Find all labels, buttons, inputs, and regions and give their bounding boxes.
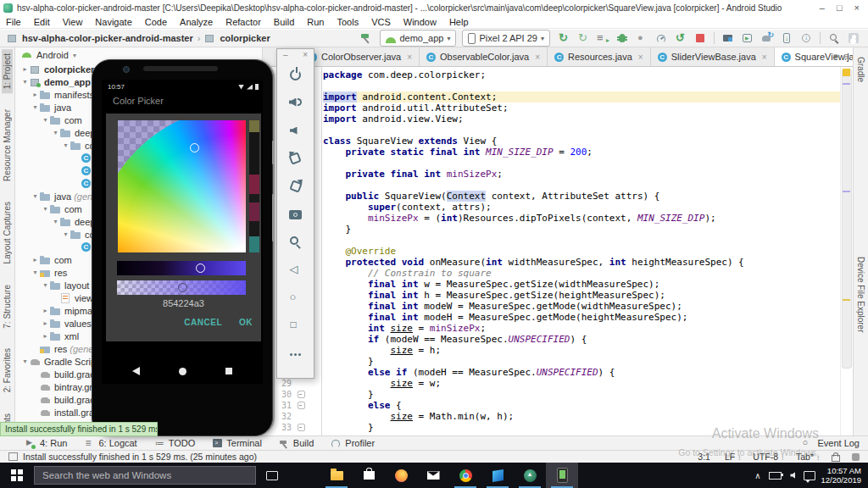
editor-scrollbar[interactable]: [840, 67, 853, 435]
alpha-slider-thumb[interactable]: [178, 283, 187, 292]
volume-icon[interactable]: [790, 472, 795, 479]
apply-changes-button[interactable]: [576, 30, 591, 46]
emulator-minimize-button[interactable]: –: [283, 50, 288, 59]
emulator-back-button[interactable]: [277, 256, 314, 284]
updates-button[interactable]: [798, 30, 814, 46]
breadcrumb-project[interactable]: hsv-alpha-color-picker-android-master: [22, 33, 193, 43]
profiler-button[interactable]: [654, 30, 669, 46]
taskbar-search-box[interactable]: Search the web and Windows: [34, 466, 256, 485]
debug-restart-button[interactable]: [673, 30, 688, 46]
menu-window[interactable]: Window: [403, 17, 437, 27]
menu-build[interactable]: Build: [274, 17, 294, 27]
menu-edit[interactable]: Edit: [34, 17, 50, 27]
tab-sliderviewbase-java[interactable]: CSliderViewBase.java×: [651, 47, 775, 66]
highlighting-level-icon[interactable]: [852, 453, 860, 461]
taskbar-item-mail[interactable]: [417, 463, 449, 488]
alpha-slider[interactable]: [117, 280, 246, 295]
profile-apk-button[interactable]: [721, 30, 736, 46]
emulator-rotate-right-button[interactable]: [277, 172, 314, 200]
menu-run[interactable]: Run: [307, 17, 324, 27]
run-configurations-button[interactable]: [595, 30, 610, 46]
tab-colorobserver-java[interactable]: CColorObserver.java×: [301, 47, 420, 66]
close-button[interactable]: ×: [854, 3, 860, 13]
tool-tab-device-file-explorer[interactable]: Device File Explorer: [855, 252, 866, 336]
battery-icon[interactable]: [769, 472, 782, 480]
toolwindow-tab-terminal[interactable]: Terminal: [212, 438, 262, 449]
toolwindow-tab-6-logcat[interactable]: 6: Logcat: [84, 438, 136, 449]
taskbar-item-edge[interactable]: [288, 463, 320, 488]
fold-icon[interactable]: [298, 402, 305, 409]
menu-help[interactable]: Help: [449, 17, 469, 27]
close-icon[interactable]: ×: [407, 53, 412, 62]
emulator-more-button[interactable]: [277, 340, 314, 368]
menu-code[interactable]: Code: [145, 17, 167, 27]
value-slider-thumb[interactable]: [196, 263, 205, 273]
toolwindow-tab-todo[interactable]: TODO: [154, 438, 196, 449]
event-log-button[interactable]: Event Log: [802, 435, 860, 450]
taskbar-clock[interactable]: 10:57 AM 12/20/2019: [821, 466, 861, 485]
taskbar-item-firefox[interactable]: [385, 463, 417, 488]
color-selector-ring[interactable]: [190, 143, 199, 152]
close-icon[interactable]: ×: [535, 53, 540, 62]
tool-tab-gradle[interactable]: Gradle: [855, 53, 866, 86]
fold-icon[interactable]: [298, 424, 305, 431]
start-button[interactable]: [0, 463, 34, 488]
tool-tab-2-favorites[interactable]: 2: Favorites: [2, 344, 13, 396]
emulator-volume-up-button[interactable]: [277, 88, 314, 116]
avd-manager-button[interactable]: [740, 30, 755, 46]
taskbar-item-chrome[interactable]: [449, 463, 481, 488]
file-encoding[interactable]: UTF-8: [753, 452, 784, 462]
fold-icon[interactable]: [298, 391, 305, 398]
ok-button[interactable]: OK: [239, 318, 253, 327]
back-icon[interactable]: [132, 367, 140, 375]
overview-icon[interactable]: [225, 368, 232, 374]
taskbar-item-android-studio[interactable]: [514, 463, 546, 488]
editor-menu-icon[interactable]: ≡: [844, 51, 849, 62]
taskbar-item-emulator[interactable]: [546, 463, 578, 488]
value-slider[interactable]: [117, 261, 246, 275]
taskbar-item-file-explorer[interactable]: [320, 463, 353, 488]
menu-vcs[interactable]: VCS: [371, 17, 391, 27]
menu-file[interactable]: File: [6, 17, 21, 27]
taskbar-item-photos[interactable]: [481, 463, 514, 488]
tool-tab-layout-captures[interactable]: Layout Captures: [2, 197, 13, 268]
emulator-home-button[interactable]: [277, 284, 314, 312]
tool-tab-7-structure[interactable]: 7: Structure: [2, 280, 13, 333]
search-everywhere-button[interactable]: [826, 30, 842, 46]
gradle-sync-button[interactable]: [760, 30, 775, 46]
hue-slider[interactable]: [249, 120, 259, 252]
tray-chevron-up-icon[interactable]: ∧: [754, 471, 760, 480]
run-restart-button[interactable]: [556, 30, 571, 46]
code-view[interactable]: package com.deep.colorpicker;import andr…: [323, 67, 841, 435]
attach-debugger-button[interactable]: [634, 30, 649, 46]
phone-screen[interactable]: 10:57 Color Picker: [102, 80, 263, 384]
make-project-button[interactable]: [359, 30, 374, 46]
close-icon[interactable]: ×: [762, 53, 767, 62]
notifications-icon[interactable]: [804, 471, 815, 480]
taskbar-item-store[interactable]: [353, 463, 385, 488]
chevron-down-icon[interactable]: ▾: [833, 51, 838, 62]
minimize-button[interactable]: –: [820, 3, 825, 13]
toolwindow-tab-build[interactable]: Build: [279, 438, 314, 449]
sdk-manager-button[interactable]: [779, 30, 794, 46]
menu-refactor[interactable]: Refactor: [225, 17, 261, 27]
stop-button[interactable]: [693, 30, 708, 46]
editor-body[interactable]: 1234567891011121314151617181920212223242…: [263, 67, 853, 435]
device-select[interactable]: Pixel 2 API 29 ▾: [462, 30, 550, 47]
emulator-power-button[interactable]: [277, 60, 314, 88]
scrollbar-thumb[interactable]: [842, 69, 852, 369]
cancel-button[interactable]: CANCEL: [184, 318, 222, 327]
tab-resources-java[interactable]: CResources.java×: [548, 47, 651, 66]
breadcrumb-module[interactable]: colorpicker: [220, 33, 270, 43]
tab-observablecolor-java[interactable]: CObservableColor.java×: [420, 47, 548, 66]
caret-position[interactable]: 3:1: [698, 452, 713, 462]
debug-button[interactable]: [615, 30, 630, 46]
emulator-close-button[interactable]: ×: [303, 50, 308, 59]
tool-tab-1-project[interactable]: 1: Project: [2, 49, 13, 93]
hue-saturation-square[interactable]: [118, 120, 246, 252]
lock-icon[interactable]: [832, 455, 840, 462]
toolwindow-tab-4-run[interactable]: 4: Run: [25, 438, 67, 449]
emulator-screenshot-button[interactable]: [277, 200, 314, 228]
run-configuration-select[interactable]: demo_app ▾: [380, 30, 456, 47]
menu-view[interactable]: View: [63, 17, 83, 27]
